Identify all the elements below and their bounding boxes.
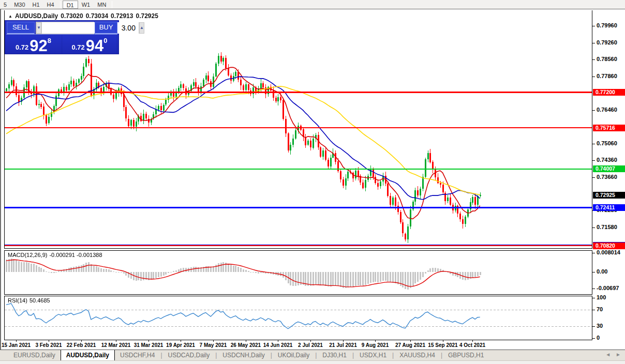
sell-price-display[interactable]: 0.72 92 8 [6, 35, 61, 54]
ohlc-close: 0.72925 [136, 12, 158, 20]
timeframe-button-h1[interactable]: H1 [29, 1, 43, 9]
date-tick [472, 340, 473, 342]
buy-price-sup: 0 [103, 37, 107, 44]
macd-tick-tick [592, 253, 595, 253]
price-tick-tick [592, 144, 595, 144]
date-label: 27 Aug 2021 [395, 342, 425, 348]
date-tick [246, 340, 246, 342]
volume-input[interactable] [41, 22, 139, 34]
rsi-tick-label: 30 [597, 323, 603, 329]
volume-decrease-icon[interactable]: ▼ [36, 22, 41, 34]
date-tick [375, 340, 376, 342]
date-tick [148, 340, 149, 342]
macd-tick-tick [592, 272, 595, 272]
date-tick [181, 340, 181, 342]
date-axis[interactable]: 15 Jan 20213 Feb 202122 Feb 202112 Mar 2… [4, 340, 592, 350]
price-tick-label: 0.71580 [597, 224, 617, 230]
date-label: 9 Aug 2021 [362, 342, 389, 348]
timeframe-button-5[interactable]: 5 [0, 1, 10, 9]
timeframe-button-d1[interactable]: D1 [63, 1, 78, 9]
date-label: 3 Feb 2021 [35, 342, 62, 348]
date-tick [310, 340, 311, 342]
date-label: 12 Mar 2021 [101, 342, 131, 348]
macd-tick-label: -0.00697 [597, 285, 619, 291]
price-tick-tick [592, 59, 595, 60]
hline-price-label: 0.74007 [593, 165, 625, 172]
one-click-trade-panel: SELL ▼ ▲ BUY 0.72 92 8 0.72 94 0 [5, 21, 118, 54]
ohlc-open: 0.73020 [61, 12, 83, 20]
timeframe-button-mn[interactable]: MN [94, 1, 110, 9]
sell-price-prefix: 0.72 [16, 43, 28, 51]
chart-tab-xauusd[interactable]: XAUUSD,H4 [394, 350, 440, 361]
trade-panel-top-row: SELL ▼ ▲ BUY [6, 22, 117, 35]
tab-separator: | [441, 352, 442, 359]
price-tick-label: 0.78560 [597, 56, 617, 62]
chart-tab-ukoil[interactable]: UKOil,Daily [273, 350, 315, 361]
tab-separator: | [160, 352, 162, 359]
price-tick-label: 0.73660 [597, 174, 617, 180]
chart-tab-audusd[interactable]: AUDUSD,Daily [61, 350, 115, 361]
price-tick-label: 0.76460 [597, 107, 617, 113]
sell-price-big: 92 [29, 38, 47, 54]
date-label: 31 Mar 2021 [134, 342, 163, 348]
chart-symbol-label: AUDUSD,Daily [15, 12, 58, 20]
ohlc-high: 0.73034 [86, 12, 108, 20]
date-tick [443, 340, 443, 342]
price-tick-tick [592, 228, 595, 228]
rsi-tick-tick [592, 298, 595, 298]
rsi-tick-label: 100 [597, 294, 606, 300]
timeframe-button-w1[interactable]: W1 [78, 1, 94, 9]
price-tick-tick [592, 43, 595, 43]
chart-tab-usdcad[interactable]: USDCAD,Daily [163, 350, 215, 361]
timeframe-button-m30[interactable]: M30 [10, 1, 28, 9]
tab-separator: | [392, 352, 394, 359]
date-label: 26 May 2021 [231, 342, 261, 348]
buy-button[interactable]: BUY [95, 22, 117, 34]
price-tick-tick [592, 160, 595, 161]
ohlc-low: 0.72913 [111, 12, 133, 20]
tab-separator: | [215, 352, 217, 359]
volume-spinner: ▼ ▲ [36, 22, 94, 34]
chart-tab-eurusd[interactable]: EURUSD,Daily [8, 350, 61, 361]
timeframe-toolbar: 5M30H1H4D1W1MN [0, 0, 625, 9]
sell-button[interactable]: SELL [7, 22, 35, 34]
rsi-chart-canvas[interactable] [5, 296, 592, 340]
price-tick-tick [592, 77, 595, 77]
rsi-name: RSI(14) [8, 297, 27, 304]
toolbar-separator [112, 1, 112, 8]
chart-tab-usdchf[interactable]: USDCHF,H4 [115, 350, 160, 361]
chart-tab-gbpusd[interactable]: GBPUSD,H1 [443, 350, 489, 361]
hline-price-label: 0.72411 [593, 204, 625, 211]
date-label: 15 Jan 2021 [2, 342, 31, 348]
hline-price-label: 0.75716 [593, 125, 625, 131]
price-tick-label: 0.74360 [597, 157, 617, 163]
hline-price-label: 0.77200 [593, 89, 625, 96]
volume-increase-icon[interactable]: ▲ [139, 22, 144, 34]
date-tick [343, 340, 344, 342]
chart-tab-bar: EURUSD,DailyAUDUSD,DailyUSDCHF,H4|USDCAD… [0, 350, 625, 360]
buy-price-prefix: 0.72 [71, 43, 84, 51]
status-bar [0, 360, 625, 364]
price-tick-label: 0.77860 [597, 73, 617, 79]
date-label: 21 Jul 2021 [329, 342, 356, 348]
rsi-tick-tick [592, 310, 595, 310]
sell-price-sup: 8 [48, 37, 51, 44]
rsi-tick-tick [592, 338, 595, 339]
tab-scroll-right-icon[interactable]: ► [616, 352, 621, 357]
buy-price-display[interactable]: 0.72 94 0 [63, 35, 116, 54]
tab-separator: | [315, 352, 317, 359]
current-price-label: 0.72925 [593, 192, 625, 199]
date-tick [278, 340, 278, 342]
date-label: 14 Jun 2021 [263, 342, 293, 348]
timeframe-button-h4[interactable]: H4 [43, 1, 58, 9]
macd-title: MACD(12,26,9)-0.000291 -0.001388 [8, 252, 105, 258]
price-tick-tick [592, 110, 595, 111]
price-tick-tick [592, 177, 595, 178]
date-tick [116, 340, 116, 342]
rsi-title: RSI(14)50.4685 [8, 297, 52, 304]
tab-scroll-left-icon[interactable]: ◄ [605, 352, 611, 357]
chart-tab-usdx[interactable]: USDX,H1 [354, 350, 392, 361]
chart-tab-dj30[interactable]: DJ30,H1 [317, 350, 352, 361]
macd-tick-label: 0.00 [597, 268, 607, 275]
chart-tab-usdcnh[interactable]: USDCNH,Daily [217, 350, 270, 361]
